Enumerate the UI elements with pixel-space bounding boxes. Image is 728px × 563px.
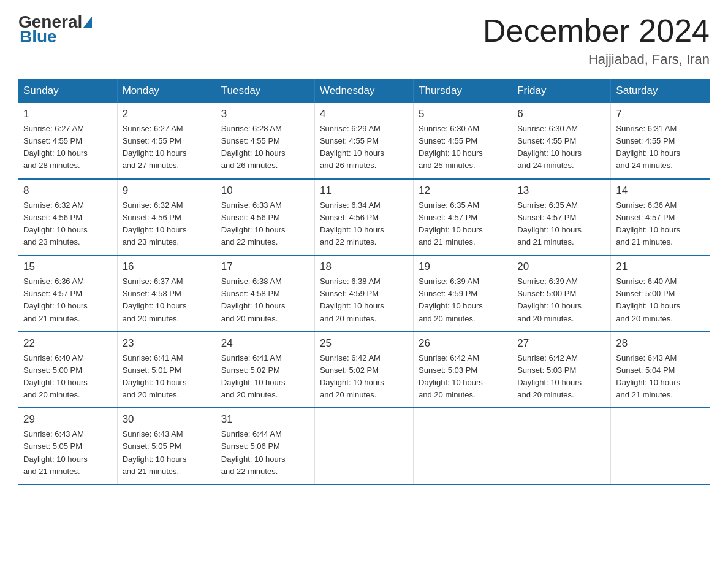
logo: General Blue — [18, 12, 93, 47]
day-number: 16 — [123, 261, 211, 273]
day-number: 20 — [517, 261, 605, 273]
day-number: 6 — [517, 108, 605, 120]
day-cell: 31 Sunrise: 6:44 AM Sunset: 5:06 PM Dayl… — [216, 408, 314, 484]
day-cell: 15 Sunrise: 6:36 AM Sunset: 4:57 PM Dayl… — [18, 255, 117, 332]
day-info: Sunrise: 6:42 AM Sunset: 5:03 PM Dayligh… — [517, 352, 605, 402]
day-cell: 27 Sunrise: 6:42 AM Sunset: 5:03 PM Dayl… — [512, 332, 611, 408]
day-number: 13 — [517, 185, 605, 197]
day-cell: 18 Sunrise: 6:38 AM Sunset: 4:59 PM Dayl… — [314, 255, 413, 332]
day-info: Sunrise: 6:30 AM Sunset: 4:55 PM Dayligh… — [419, 123, 507, 172]
day-number: 12 — [419, 185, 507, 197]
month-title: December 2024 — [483, 12, 710, 49]
day-cell: 3 Sunrise: 6:28 AM Sunset: 4:55 PM Dayli… — [216, 103, 314, 179]
day-info: Sunrise: 6:40 AM Sunset: 5:00 PM Dayligh… — [616, 275, 705, 325]
header-monday: Monday — [117, 79, 216, 103]
day-cell: 10 Sunrise: 6:33 AM Sunset: 4:56 PM Dayl… — [216, 179, 314, 256]
title-section: December 2024 Hajjiabad, Fars, Iran — [483, 12, 710, 67]
day-number: 27 — [517, 337, 605, 350]
day-cell: 16 Sunrise: 6:37 AM Sunset: 4:58 PM Dayl… — [117, 255, 216, 332]
day-number: 10 — [221, 185, 309, 197]
day-cell: 29 Sunrise: 6:43 AM Sunset: 5:05 PM Dayl… — [18, 408, 117, 484]
day-number: 17 — [221, 261, 309, 273]
day-cell: 8 Sunrise: 6:32 AM Sunset: 4:56 PM Dayli… — [18, 179, 117, 256]
day-cell: 2 Sunrise: 6:27 AM Sunset: 4:55 PM Dayli… — [117, 103, 216, 179]
header-wednesday: Wednesday — [314, 79, 413, 103]
day-number: 2 — [123, 108, 211, 120]
day-number: 30 — [123, 413, 211, 426]
day-number: 25 — [320, 337, 408, 350]
location-text: Hajjiabad, Fars, Iran — [483, 52, 710, 67]
day-number: 31 — [221, 413, 309, 426]
day-info: Sunrise: 6:39 AM Sunset: 5:00 PM Dayligh… — [517, 275, 605, 325]
day-cell: 12 Sunrise: 6:35 AM Sunset: 4:57 PM Dayl… — [414, 179, 512, 256]
day-info: Sunrise: 6:27 AM Sunset: 4:55 PM Dayligh… — [23, 123, 112, 172]
day-info: Sunrise: 6:37 AM Sunset: 4:58 PM Dayligh… — [123, 275, 211, 325]
week-row-3: 15 Sunrise: 6:36 AM Sunset: 4:57 PM Dayl… — [18, 255, 710, 332]
day-cell: 6 Sunrise: 6:30 AM Sunset: 4:55 PM Dayli… — [512, 103, 611, 179]
day-cell: 25 Sunrise: 6:42 AM Sunset: 5:02 PM Dayl… — [314, 332, 413, 408]
day-number: 23 — [123, 337, 211, 350]
day-cell: 5 Sunrise: 6:30 AM Sunset: 4:55 PM Dayli… — [414, 103, 512, 179]
day-number: 18 — [320, 261, 408, 273]
header-thursday: Thursday — [414, 79, 512, 103]
header-saturday: Saturday — [611, 79, 710, 103]
day-info: Sunrise: 6:36 AM Sunset: 4:57 PM Dayligh… — [616, 199, 705, 249]
week-row-4: 22 Sunrise: 6:40 AM Sunset: 5:00 PM Dayl… — [18, 332, 710, 408]
day-cell: 23 Sunrise: 6:41 AM Sunset: 5:01 PM Dayl… — [117, 332, 216, 408]
day-number: 1 — [23, 108, 112, 120]
day-info: Sunrise: 6:40 AM Sunset: 5:00 PM Dayligh… — [23, 352, 112, 402]
day-info: Sunrise: 6:33 AM Sunset: 4:56 PM Dayligh… — [221, 199, 309, 249]
calendar-table: SundayMondayTuesdayWednesdayThursdayFrid… — [18, 79, 710, 485]
day-cell: 26 Sunrise: 6:42 AM Sunset: 5:03 PM Dayl… — [414, 332, 512, 408]
day-cell: 11 Sunrise: 6:34 AM Sunset: 4:56 PM Dayl… — [314, 179, 413, 256]
day-cell: 13 Sunrise: 6:35 AM Sunset: 4:57 PM Dayl… — [512, 179, 611, 256]
day-cell: 17 Sunrise: 6:38 AM Sunset: 4:58 PM Dayl… — [216, 255, 314, 332]
day-cell — [314, 408, 413, 484]
day-info: Sunrise: 6:30 AM Sunset: 4:55 PM Dayligh… — [517, 123, 605, 172]
day-info: Sunrise: 6:32 AM Sunset: 4:56 PM Dayligh… — [23, 199, 112, 249]
day-number: 3 — [221, 108, 309, 120]
day-number: 29 — [23, 413, 112, 426]
day-cell: 20 Sunrise: 6:39 AM Sunset: 5:00 PM Dayl… — [512, 255, 611, 332]
day-cell — [512, 408, 611, 484]
day-info: Sunrise: 6:42 AM Sunset: 5:02 PM Dayligh… — [320, 352, 408, 402]
logo-triangle-icon — [83, 17, 92, 28]
day-number: 5 — [419, 108, 507, 120]
day-info: Sunrise: 6:36 AM Sunset: 4:57 PM Dayligh… — [23, 275, 112, 325]
day-cell — [414, 408, 512, 484]
day-number: 19 — [419, 261, 507, 273]
day-number: 22 — [23, 337, 112, 350]
day-cell: 7 Sunrise: 6:31 AM Sunset: 4:55 PM Dayli… — [611, 103, 710, 179]
day-cell: 1 Sunrise: 6:27 AM Sunset: 4:55 PM Dayli… — [18, 103, 117, 179]
day-number: 7 — [616, 108, 705, 120]
day-cell: 22 Sunrise: 6:40 AM Sunset: 5:00 PM Dayl… — [18, 332, 117, 408]
day-number: 28 — [616, 337, 705, 350]
day-info: Sunrise: 6:34 AM Sunset: 4:56 PM Dayligh… — [320, 199, 408, 249]
page-header: General Blue December 2024 Hajjiabad, Fa… — [18, 12, 710, 67]
day-info: Sunrise: 6:29 AM Sunset: 4:55 PM Dayligh… — [320, 123, 408, 172]
day-info: Sunrise: 6:28 AM Sunset: 4:55 PM Dayligh… — [221, 123, 309, 172]
day-info: Sunrise: 6:35 AM Sunset: 4:57 PM Dayligh… — [419, 199, 507, 249]
logo-blue-text: Blue — [18, 27, 57, 47]
day-info: Sunrise: 6:32 AM Sunset: 4:56 PM Dayligh… — [123, 199, 211, 249]
day-info: Sunrise: 6:42 AM Sunset: 5:03 PM Dayligh… — [419, 352, 507, 402]
day-number: 9 — [123, 185, 211, 197]
week-row-1: 1 Sunrise: 6:27 AM Sunset: 4:55 PM Dayli… — [18, 103, 710, 179]
day-number: 8 — [23, 185, 112, 197]
day-info: Sunrise: 6:31 AM Sunset: 4:55 PM Dayligh… — [616, 123, 705, 172]
day-cell: 9 Sunrise: 6:32 AM Sunset: 4:56 PM Dayli… — [117, 179, 216, 256]
day-info: Sunrise: 6:38 AM Sunset: 4:59 PM Dayligh… — [320, 275, 408, 325]
header-sunday: Sunday — [18, 79, 117, 103]
day-cell: 21 Sunrise: 6:40 AM Sunset: 5:00 PM Dayl… — [611, 255, 710, 332]
day-info: Sunrise: 6:39 AM Sunset: 4:59 PM Dayligh… — [419, 275, 507, 325]
day-number: 24 — [221, 337, 309, 350]
day-cell: 4 Sunrise: 6:29 AM Sunset: 4:55 PM Dayli… — [314, 103, 413, 179]
day-info: Sunrise: 6:43 AM Sunset: 5:04 PM Dayligh… — [616, 352, 705, 402]
day-info: Sunrise: 6:44 AM Sunset: 5:06 PM Dayligh… — [221, 428, 309, 478]
calendar-header-row: SundayMondayTuesdayWednesdayThursdayFrid… — [18, 79, 710, 103]
header-tuesday: Tuesday — [216, 79, 314, 103]
day-number: 26 — [419, 337, 507, 350]
day-info: Sunrise: 6:38 AM Sunset: 4:58 PM Dayligh… — [221, 275, 309, 325]
day-cell: 30 Sunrise: 6:43 AM Sunset: 5:05 PM Dayl… — [117, 408, 216, 484]
day-cell: 28 Sunrise: 6:43 AM Sunset: 5:04 PM Dayl… — [611, 332, 710, 408]
